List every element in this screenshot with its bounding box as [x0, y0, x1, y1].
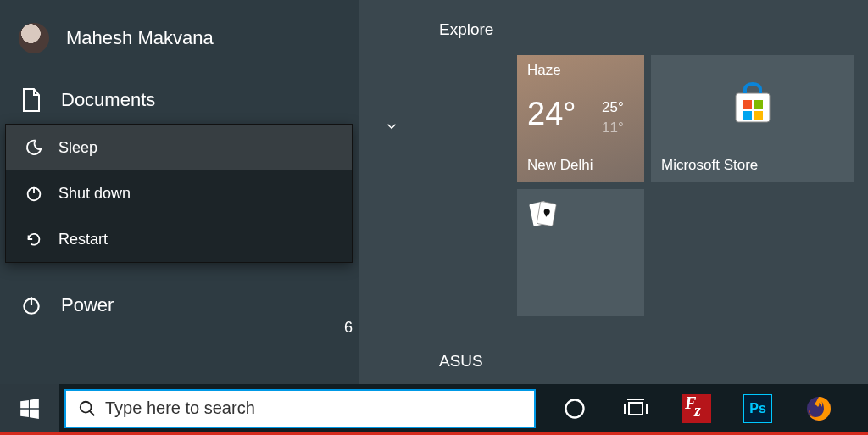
- user-account-row[interactable]: Mahesh Makvana: [0, 0, 359, 76]
- restart-icon: [23, 228, 45, 250]
- playing-cards-icon: [527, 198, 559, 230]
- svg-line-12: [90, 410, 95, 415]
- weather-city: New Delhi: [527, 157, 593, 174]
- power-item[interactable]: Power: [0, 282, 359, 329]
- task-view-icon: [623, 398, 648, 420]
- documents-label: Documents: [61, 89, 155, 111]
- store-bag-icon: [731, 81, 775, 125]
- search-icon: [78, 399, 97, 418]
- sleep-label: Sleep: [58, 139, 97, 157]
- search-placeholder: Type here to search: [105, 399, 255, 418]
- start-menu-left: Mahesh Makvana Documents Sleep Shut down…: [0, 0, 359, 384]
- shutdown-label: Shut down: [58, 185, 131, 203]
- microsoft-store-tile[interactable]: Microsoft Store: [651, 55, 854, 182]
- weather-tile[interactable]: Haze 24° 25° 11° New Delhi: [517, 55, 644, 182]
- weather-low: 11°: [602, 120, 624, 137]
- documents-item[interactable]: Documents: [0, 76, 359, 124]
- search-input[interactable]: Type here to search: [64, 389, 536, 428]
- cortana-ring-icon: [563, 397, 587, 421]
- taskbar-app-photoshop[interactable]: Ps: [743, 393, 773, 424]
- taskbar-app-firefox[interactable]: [804, 393, 834, 424]
- power-label: Power: [61, 294, 114, 316]
- moon-icon: [23, 137, 45, 159]
- chevron-down-icon[interactable]: [384, 119, 399, 134]
- cortana-button[interactable]: [559, 393, 590, 424]
- document-icon: [19, 87, 44, 113]
- power-submenu: Sleep Shut down Restart: [5, 124, 353, 263]
- power-icon: [19, 293, 44, 318]
- svg-rect-14: [629, 403, 643, 415]
- firefox-icon: [804, 394, 833, 423]
- power-menu-shutdown[interactable]: Shut down: [6, 170, 352, 216]
- user-name: Mahesh Makvana: [66, 27, 214, 49]
- group-header-explore[interactable]: Explore: [439, 20, 493, 39]
- obscured-list-digit: 6: [344, 319, 353, 337]
- solitaire-tile[interactable]: [517, 189, 644, 316]
- power-menu-sleep[interactable]: Sleep: [6, 125, 352, 170]
- taskbar-pinned: F z Ps: [559, 393, 834, 424]
- photoshop-icon: Ps: [743, 394, 772, 423]
- svg-rect-7: [743, 111, 752, 120]
- svg-rect-4: [736, 93, 770, 122]
- weather-condition: Haze: [527, 62, 561, 79]
- power-icon: [23, 182, 45, 204]
- svg-point-13: [566, 399, 584, 417]
- svg-rect-8: [754, 111, 763, 120]
- start-button[interactable]: [0, 384, 59, 432]
- weather-temp: 24°: [527, 96, 576, 132]
- avatar: [19, 23, 49, 53]
- filezilla-icon: F z: [682, 394, 711, 423]
- group-header-asus[interactable]: ASUS: [439, 352, 483, 371]
- svg-rect-5: [743, 100, 752, 109]
- restart-label: Restart: [58, 231, 108, 248]
- taskbar-app-filezilla[interactable]: F z: [682, 393, 712, 424]
- power-menu-restart[interactable]: Restart: [6, 216, 352, 262]
- task-view-button[interactable]: [620, 393, 651, 424]
- weather-high: 25°: [602, 99, 624, 116]
- svg-point-11: [81, 401, 92, 412]
- svg-rect-6: [754, 100, 763, 109]
- windows-logo-icon: [19, 398, 41, 420]
- start-menu-tiles: Explore Haze 24° 25° 11° New Delhi Micro…: [359, 0, 868, 384]
- taskbar: Type here to search F z Ps: [0, 384, 868, 432]
- store-label: Microsoft Store: [661, 157, 758, 174]
